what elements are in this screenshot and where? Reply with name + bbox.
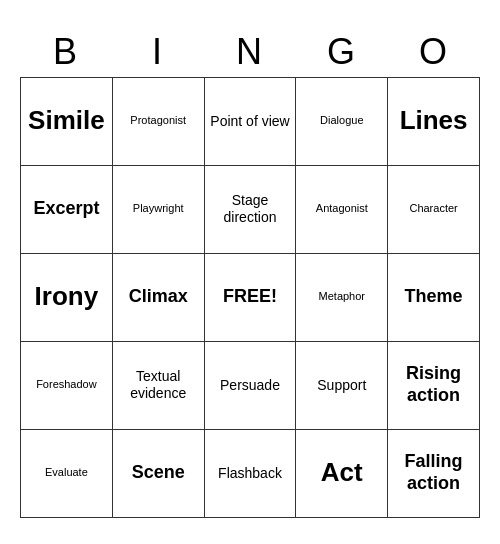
bingo-cell[interactable]: Stage direction (205, 166, 297, 254)
cell-text: Playwright (133, 202, 184, 215)
bingo-cell[interactable]: Support (296, 342, 388, 430)
bingo-cell[interactable]: Playwright (113, 166, 205, 254)
bingo-cell[interactable]: Act (296, 430, 388, 518)
cell-text: Evaluate (45, 466, 88, 479)
bingo-cell[interactable]: Irony (21, 254, 113, 342)
cell-text: Textual evidence (117, 368, 200, 402)
header-n: N (204, 27, 296, 77)
cell-text: Persuade (220, 377, 280, 394)
cell-text: FREE! (223, 286, 277, 308)
bingo-cell[interactable]: Lines (388, 78, 480, 166)
cell-text: Support (317, 377, 366, 394)
cell-text: Lines (400, 105, 468, 136)
bingo-header: B I N G O (20, 27, 480, 77)
cell-text: Scene (132, 462, 185, 484)
bingo-cell[interactable]: Rising action (388, 342, 480, 430)
bingo-grid: SimileProtagonistPoint of viewDialogueLi… (20, 77, 480, 518)
cell-text: Act (321, 457, 363, 488)
bingo-cell[interactable]: Theme (388, 254, 480, 342)
cell-text: Metaphor (319, 290, 365, 303)
bingo-card: B I N G O SimileProtagonistPoint of view… (20, 27, 480, 518)
cell-text: Antagonist (316, 202, 368, 215)
bingo-cell[interactable]: Protagonist (113, 78, 205, 166)
cell-text: Excerpt (33, 198, 99, 220)
cell-text: Irony (35, 281, 99, 312)
cell-text: Falling action (392, 451, 475, 494)
bingo-cell[interactable]: Foreshadow (21, 342, 113, 430)
cell-text: Protagonist (130, 114, 186, 127)
bingo-cell[interactable]: Simile (21, 78, 113, 166)
cell-text: Point of view (210, 113, 289, 130)
bingo-cell[interactable]: Falling action (388, 430, 480, 518)
cell-text: Character (409, 202, 457, 215)
cell-text: Stage direction (209, 192, 292, 226)
bingo-cell[interactable]: Metaphor (296, 254, 388, 342)
bingo-cell[interactable]: Evaluate (21, 430, 113, 518)
cell-text: Flashback (218, 465, 282, 482)
bingo-cell[interactable]: Flashback (205, 430, 297, 518)
cell-text: Simile (28, 105, 105, 136)
header-o: O (388, 27, 480, 77)
header-i: I (112, 27, 204, 77)
cell-text: Foreshadow (36, 378, 97, 391)
bingo-cell[interactable]: Scene (113, 430, 205, 518)
bingo-cell[interactable]: Dialogue (296, 78, 388, 166)
bingo-cell[interactable]: Climax (113, 254, 205, 342)
cell-text: Climax (129, 286, 188, 308)
cell-text: Dialogue (320, 114, 363, 127)
bingo-cell[interactable]: Antagonist (296, 166, 388, 254)
cell-text: Theme (405, 286, 463, 308)
cell-text: Rising action (392, 363, 475, 406)
header-b: B (20, 27, 112, 77)
bingo-cell[interactable]: Point of view (205, 78, 297, 166)
bingo-cell[interactable]: Excerpt (21, 166, 113, 254)
bingo-cell[interactable]: Textual evidence (113, 342, 205, 430)
bingo-cell[interactable]: Character (388, 166, 480, 254)
header-g: G (296, 27, 388, 77)
bingo-cell[interactable]: Persuade (205, 342, 297, 430)
bingo-cell[interactable]: FREE! (205, 254, 297, 342)
